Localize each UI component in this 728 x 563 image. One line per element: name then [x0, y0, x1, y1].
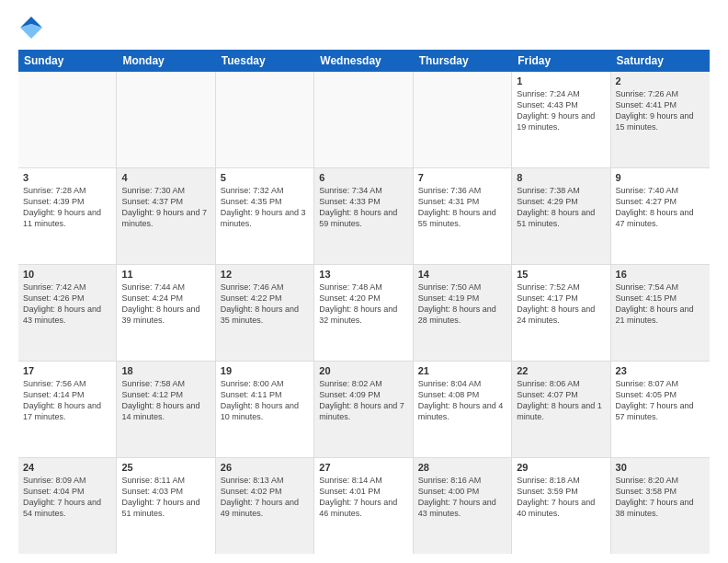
cell-info: Sunrise: 8:18 AM Sunset: 3:59 PM Dayligh… [517, 475, 605, 520]
day-number: 28 [418, 462, 506, 473]
day-number: 30 [616, 462, 705, 473]
page: SundayMondayTuesdayWednesdayThursdayFrid… [0, 0, 728, 563]
cell-info: Sunrise: 7:50 AM Sunset: 4:19 PM Dayligh… [418, 282, 506, 327]
cell-info: Sunrise: 8:07 AM Sunset: 4:05 PM Dayligh… [616, 378, 705, 423]
calendar-cell-1-3: 6Sunrise: 7:34 AM Sunset: 4:33 PM Daylig… [314, 168, 413, 264]
cell-info: Sunrise: 8:02 AM Sunset: 4:09 PM Dayligh… [319, 378, 407, 423]
day-number: 2 [616, 75, 705, 86]
day-number: 23 [616, 365, 705, 376]
day-number: 22 [517, 365, 605, 376]
cell-info: Sunrise: 8:11 AM Sunset: 4:03 PM Dayligh… [121, 475, 210, 520]
cell-info: Sunrise: 7:42 AM Sunset: 4:26 PM Dayligh… [23, 282, 111, 327]
cell-info: Sunrise: 8:20 AM Sunset: 3:58 PM Dayligh… [616, 475, 705, 520]
weekday-header-monday: Monday [117, 50, 215, 72]
calendar-cell-4-2: 26Sunrise: 8:13 AM Sunset: 4:02 PM Dayli… [216, 458, 314, 554]
calendar: SundayMondayTuesdayWednesdayThursdayFrid… [18, 50, 710, 554]
day-number: 19 [221, 365, 309, 376]
calendar-header: SundayMondayTuesdayWednesdayThursdayFrid… [18, 50, 710, 72]
logo-icon [18, 15, 44, 40]
cell-info: Sunrise: 7:56 AM Sunset: 4:14 PM Dayligh… [23, 378, 111, 423]
cell-info: Sunrise: 7:30 AM Sunset: 4:37 PM Dayligh… [121, 185, 210, 230]
cell-info: Sunrise: 7:38 AM Sunset: 4:29 PM Dayligh… [517, 185, 605, 230]
calendar-cell-1-0: 3Sunrise: 7:28 AM Sunset: 4:39 PM Daylig… [18, 168, 117, 264]
day-number: 29 [517, 462, 605, 473]
calendar-cell-3-6: 23Sunrise: 8:07 AM Sunset: 4:05 PM Dayli… [611, 362, 710, 457]
calendar-cell-3-1: 18Sunrise: 7:58 AM Sunset: 4:12 PM Dayli… [117, 362, 215, 457]
day-number: 20 [319, 365, 407, 376]
day-number: 14 [418, 269, 506, 280]
cell-info: Sunrise: 7:24 AM Sunset: 4:43 PM Dayligh… [517, 88, 605, 133]
weekday-header-tuesday: Tuesday [216, 50, 314, 72]
day-number: 3 [23, 172, 111, 183]
calendar-cell-4-0: 24Sunrise: 8:09 AM Sunset: 4:04 PM Dayli… [18, 458, 117, 554]
calendar-cell-3-3: 20Sunrise: 8:02 AM Sunset: 4:09 PM Dayli… [314, 362, 413, 457]
day-number: 26 [221, 462, 309, 473]
weekday-header-sunday: Sunday [18, 50, 117, 72]
calendar-row-0: 1Sunrise: 7:24 AM Sunset: 4:43 PM Daylig… [18, 72, 710, 168]
weekday-header-wednesday: Wednesday [314, 50, 413, 72]
cell-info: Sunrise: 7:44 AM Sunset: 4:24 PM Dayligh… [121, 282, 210, 327]
weekday-header-thursday: Thursday [414, 50, 512, 72]
calendar-row-1: 3Sunrise: 7:28 AM Sunset: 4:39 PM Daylig… [18, 168, 710, 265]
cell-info: Sunrise: 7:46 AM Sunset: 4:22 PM Dayligh… [221, 282, 309, 327]
cell-info: Sunrise: 7:26 AM Sunset: 4:41 PM Dayligh… [616, 88, 705, 133]
calendar-row-2: 10Sunrise: 7:42 AM Sunset: 4:26 PM Dayli… [18, 265, 710, 362]
day-number: 5 [221, 172, 309, 183]
cell-info: Sunrise: 7:58 AM Sunset: 4:12 PM Dayligh… [121, 378, 210, 423]
day-number: 24 [23, 462, 111, 473]
calendar-cell-0-3 [314, 72, 413, 167]
calendar-cell-0-1 [117, 72, 215, 167]
day-number: 4 [121, 172, 210, 183]
calendar-cell-2-3: 13Sunrise: 7:48 AM Sunset: 4:20 PM Dayli… [314, 265, 413, 361]
calendar-cell-3-0: 17Sunrise: 7:56 AM Sunset: 4:14 PM Dayli… [18, 362, 117, 457]
calendar-cell-4-4: 28Sunrise: 8:16 AM Sunset: 4:00 PM Dayli… [414, 458, 512, 554]
day-number: 21 [418, 365, 506, 376]
calendar-cell-0-4 [414, 72, 512, 167]
day-number: 16 [616, 269, 705, 280]
calendar-cell-3-2: 19Sunrise: 8:00 AM Sunset: 4:11 PM Dayli… [216, 362, 314, 457]
calendar-cell-2-0: 10Sunrise: 7:42 AM Sunset: 4:26 PM Dayli… [18, 265, 117, 361]
day-number: 27 [319, 462, 407, 473]
calendar-body: 1Sunrise: 7:24 AM Sunset: 4:43 PM Daylig… [18, 72, 710, 554]
calendar-cell-1-2: 5Sunrise: 7:32 AM Sunset: 4:35 PM Daylig… [216, 168, 314, 264]
cell-info: Sunrise: 7:32 AM Sunset: 4:35 PM Dayligh… [221, 185, 309, 230]
cell-info: Sunrise: 7:48 AM Sunset: 4:20 PM Dayligh… [319, 282, 407, 327]
day-number: 10 [23, 269, 111, 280]
cell-info: Sunrise: 7:28 AM Sunset: 4:39 PM Dayligh… [23, 185, 111, 230]
weekday-header-saturday: Saturday [611, 50, 710, 72]
day-number: 8 [517, 172, 605, 183]
day-number: 18 [121, 365, 210, 376]
day-number: 9 [616, 172, 705, 183]
calendar-cell-3-4: 21Sunrise: 8:04 AM Sunset: 4:08 PM Dayli… [414, 362, 512, 457]
cell-info: Sunrise: 8:14 AM Sunset: 4:01 PM Dayligh… [319, 475, 407, 520]
day-number: 15 [517, 269, 605, 280]
cell-info: Sunrise: 7:40 AM Sunset: 4:27 PM Dayligh… [616, 185, 705, 230]
calendar-cell-0-0 [18, 72, 117, 167]
day-number: 7 [418, 172, 506, 183]
calendar-cell-2-5: 15Sunrise: 7:52 AM Sunset: 4:17 PM Dayli… [512, 265, 610, 361]
cell-info: Sunrise: 7:52 AM Sunset: 4:17 PM Dayligh… [517, 282, 605, 327]
calendar-row-4: 24Sunrise: 8:09 AM Sunset: 4:04 PM Dayli… [18, 458, 710, 554]
cell-info: Sunrise: 7:54 AM Sunset: 4:15 PM Dayligh… [616, 282, 705, 327]
calendar-cell-0-2 [216, 72, 314, 167]
weekday-header-friday: Friday [512, 50, 610, 72]
logo [18, 15, 48, 40]
day-number: 12 [221, 269, 309, 280]
calendar-cell-3-5: 22Sunrise: 8:06 AM Sunset: 4:07 PM Dayli… [512, 362, 610, 457]
calendar-cell-2-4: 14Sunrise: 7:50 AM Sunset: 4:19 PM Dayli… [414, 265, 512, 361]
day-number: 6 [319, 172, 407, 183]
day-number: 25 [121, 462, 210, 473]
calendar-cell-4-5: 29Sunrise: 8:18 AM Sunset: 3:59 PM Dayli… [512, 458, 610, 554]
calendar-cell-4-3: 27Sunrise: 8:14 AM Sunset: 4:01 PM Dayli… [314, 458, 413, 554]
cell-info: Sunrise: 8:00 AM Sunset: 4:11 PM Dayligh… [221, 378, 309, 423]
day-number: 13 [319, 269, 407, 280]
cell-info: Sunrise: 8:06 AM Sunset: 4:07 PM Dayligh… [517, 378, 605, 423]
cell-info: Sunrise: 7:34 AM Sunset: 4:33 PM Dayligh… [319, 185, 407, 230]
calendar-cell-1-4: 7Sunrise: 7:36 AM Sunset: 4:31 PM Daylig… [414, 168, 512, 264]
calendar-cell-1-1: 4Sunrise: 7:30 AM Sunset: 4:37 PM Daylig… [117, 168, 215, 264]
cell-info: Sunrise: 8:13 AM Sunset: 4:02 PM Dayligh… [221, 475, 309, 520]
header [18, 15, 710, 40]
calendar-cell-1-6: 9Sunrise: 7:40 AM Sunset: 4:27 PM Daylig… [611, 168, 710, 264]
day-number: 1 [517, 75, 605, 86]
calendar-cell-1-5: 8Sunrise: 7:38 AM Sunset: 4:29 PM Daylig… [512, 168, 610, 264]
